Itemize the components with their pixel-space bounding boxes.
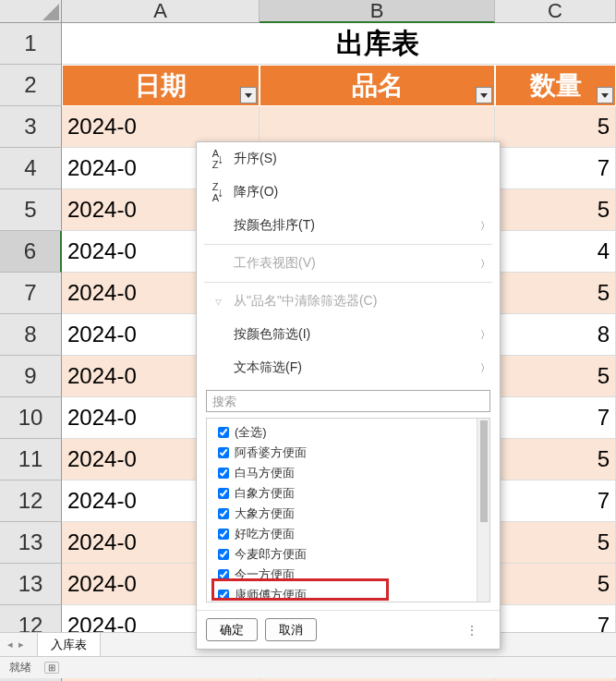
col-header-C[interactable]: C xyxy=(495,0,616,23)
sort-asc-item[interactable]: AZ↓ 升序(S) xyxy=(197,142,500,176)
cell-3-C[interactable]: 5 xyxy=(495,106,616,148)
filter-check-item[interactable]: 白象方便面 xyxy=(218,483,477,504)
sort-desc-item[interactable]: ZA↓ 降序(O) xyxy=(197,176,500,209)
filter-check-item[interactable]: 今麦郎方便面 xyxy=(218,544,477,565)
funnel-clear-icon: ▿ xyxy=(206,294,230,309)
filter-check-item[interactable]: 阿香婆方便面 xyxy=(218,443,477,463)
filter-button-name[interactable] xyxy=(476,87,492,103)
cell-11-C[interactable]: 5 xyxy=(495,439,616,480)
resize-grip-icon[interactable]: ⋮ xyxy=(465,623,481,638)
cell-8-C[interactable]: 8 xyxy=(495,314,616,356)
title-cell-right xyxy=(495,23,616,65)
row-header-13[interactable]: 13 xyxy=(0,564,62,605)
tab-nav-last-icon[interactable]: ▸ xyxy=(17,638,26,651)
filter-check-item[interactable]: 好吃方便面 xyxy=(218,524,477,544)
filter-check-label: 白象方便面 xyxy=(235,485,295,502)
status-bar: 就绪 ⊞ xyxy=(0,656,616,678)
filter-checkbox[interactable] xyxy=(218,447,229,458)
filter-check-label: (全选) xyxy=(235,424,267,441)
filter-check-label: 白马方便面 xyxy=(235,465,295,481)
row-header-10[interactable]: 10 xyxy=(0,397,62,439)
filter-checkbox[interactable] xyxy=(218,549,229,560)
filter-check-item[interactable]: 大象方便面 xyxy=(218,504,477,524)
filter-dropdown: AZ↓ 升序(S) ZA↓ 降序(O) 按颜色排序(T) 〉 工作表视图(V) … xyxy=(196,141,501,650)
chevron-right-icon: 〉 xyxy=(480,361,490,375)
filter-check-label: 今一方便面 xyxy=(235,566,295,583)
row-header-13[interactable]: 13 xyxy=(0,522,62,564)
chevron-right-icon: 〉 xyxy=(480,328,490,342)
row-header-3[interactable]: 3 xyxy=(0,106,62,148)
cell-12-C[interactable]: 7 xyxy=(495,480,616,522)
sheet-title: 出库表 xyxy=(260,23,495,65)
sort-by-color-item[interactable]: 按颜色排序(T) 〉 xyxy=(197,209,500,242)
row-header-12[interactable]: 12 xyxy=(0,480,62,522)
text-filter-item[interactable]: 文本筛选(F) 〉 xyxy=(197,351,500,384)
filter-checklist: (全选)阿香婆方便面白马方便面白象方便面大象方便面好吃方便面今麦郎方便面今一方便… xyxy=(207,419,477,602)
title-cell-left xyxy=(62,23,260,65)
filter-button-date[interactable] xyxy=(240,87,257,103)
filter-check-label: 阿香婆方便面 xyxy=(235,444,307,461)
cell-6-C[interactable]: 4 xyxy=(495,231,616,273)
status-ready: 就绪 xyxy=(9,660,31,675)
filter-check-label: 今麦郎方便面 xyxy=(235,546,307,563)
cancel-button[interactable]: 取消 xyxy=(265,618,317,641)
filter-checkbox[interactable] xyxy=(218,427,229,438)
row-header-9[interactable]: 9 xyxy=(0,356,62,397)
filter-check-label: 康师傅方便面 xyxy=(235,587,307,602)
row-header-8[interactable]: 8 xyxy=(0,314,62,356)
cell-13-C[interactable]: 5 xyxy=(495,522,616,564)
chevron-right-icon: 〉 xyxy=(480,257,490,271)
col-header-B[interactable]: B xyxy=(260,0,495,23)
cell-7-C[interactable]: 5 xyxy=(495,273,616,314)
sheet-view-item: 工作表视图(V) 〉 xyxy=(197,247,500,280)
row-header-6[interactable]: 6 xyxy=(0,231,62,273)
filter-check-label: 大象方便面 xyxy=(235,505,295,522)
tab-nav-first-icon[interactable]: ◂ xyxy=(6,638,15,651)
filter-checkbox[interactable] xyxy=(218,569,229,580)
filter-checkbox[interactable] xyxy=(218,508,229,519)
sheet-tab-active[interactable]: 入库表 xyxy=(37,632,101,657)
filter-check-item[interactable]: (全选) xyxy=(218,422,477,443)
row-header-5[interactable]: 5 xyxy=(0,189,62,231)
header-date: 日期 xyxy=(62,65,260,106)
cell-4-C[interactable]: 7 xyxy=(495,148,616,189)
cell-9-C[interactable]: 5 xyxy=(495,356,616,397)
select-all-corner[interactable] xyxy=(0,0,62,23)
filter-checkbox[interactable] xyxy=(218,590,229,601)
row-header-4[interactable]: 4 xyxy=(0,148,62,189)
row-header-7[interactable]: 7 xyxy=(0,273,62,314)
row-header-2[interactable]: 2 xyxy=(0,65,62,106)
row-header-1[interactable]: 1 xyxy=(0,23,62,65)
filter-check-item[interactable]: 今一方便面 xyxy=(218,565,477,585)
clear-filter-item: ▿ 从"品名"中清除筛选器(C) xyxy=(197,285,500,318)
cell-13-C[interactable]: 5 xyxy=(495,564,616,605)
header-name: 品名 xyxy=(260,65,495,106)
filter-checkbox[interactable] xyxy=(218,529,229,540)
sort-desc-icon: ZA↓ xyxy=(206,181,230,203)
header-qty: 数量 xyxy=(495,65,616,106)
filter-button-qty[interactable] xyxy=(597,87,613,103)
cell-10-C[interactable]: 7 xyxy=(495,397,616,439)
filter-checkbox[interactable] xyxy=(218,488,229,499)
filter-check-item[interactable]: 白马方便面 xyxy=(218,463,477,483)
col-header-A[interactable]: A xyxy=(62,0,260,23)
filter-checkbox[interactable] xyxy=(218,468,229,479)
filter-check-item[interactable]: 康师傅方便面 xyxy=(218,585,477,602)
sort-asc-icon: AZ↓ xyxy=(206,148,230,170)
filter-by-color-item[interactable]: 按颜色筛选(I) 〉 xyxy=(197,318,500,351)
checklist-scrollbar[interactable] xyxy=(477,419,489,602)
ok-button[interactable]: 确定 xyxy=(206,618,258,641)
row-header-11[interactable]: 11 xyxy=(0,439,62,480)
filter-search-input[interactable] xyxy=(206,390,490,412)
chevron-right-icon: 〉 xyxy=(480,219,490,233)
filter-check-label: 好吃方便面 xyxy=(235,526,295,542)
accessibility-icon[interactable]: ⊞ xyxy=(44,662,59,674)
cell-5-C[interactable]: 5 xyxy=(495,189,616,231)
